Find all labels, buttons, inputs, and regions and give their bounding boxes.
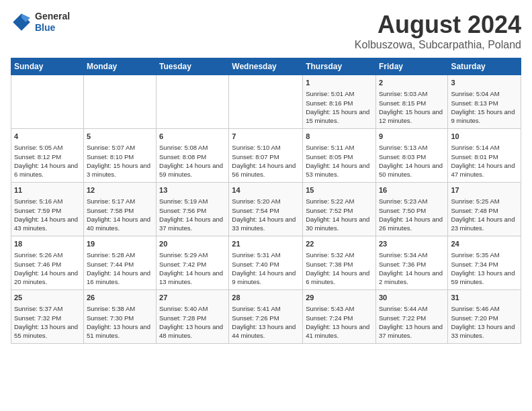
- day-cell: 2Sunrise: 5:03 AMSunset: 8:15 PMDaylight…: [375, 75, 447, 129]
- day-cell: 11Sunrise: 5:16 AMSunset: 7:59 PMDayligh…: [11, 183, 84, 236]
- day-number: 7: [232, 132, 300, 142]
- day-info: Sunrise: 5:04 AMSunset: 8:13 PMDaylight:…: [451, 89, 518, 125]
- col-header-tuesday: Tuesday: [157, 58, 229, 75]
- day-number: 19: [87, 239, 153, 249]
- day-cell: 27Sunrise: 5:40 AMSunset: 7:28 PMDayligh…: [157, 290, 229, 344]
- day-info: Sunrise: 5:46 AMSunset: 7:20 PMDaylight:…: [451, 304, 518, 340]
- day-cell: 14Sunrise: 5:20 AMSunset: 7:54 PMDayligh…: [229, 183, 303, 236]
- day-cell: [229, 75, 303, 129]
- day-info: Sunrise: 5:40 AMSunset: 7:28 PMDaylight:…: [159, 304, 226, 340]
- day-number: 17: [451, 185, 518, 195]
- day-info: Sunrise: 5:14 AMSunset: 8:01 PMDaylight:…: [451, 143, 518, 179]
- day-info: Sunrise: 5:35 AMSunset: 7:34 PMDaylight:…: [451, 250, 518, 286]
- day-number: 1: [306, 78, 373, 88]
- day-number: 20: [159, 239, 226, 249]
- day-number: 2: [379, 78, 445, 88]
- calendar-subtitle: Kolbuszowa, Subcarpathia, Poland: [355, 39, 521, 51]
- col-header-thursday: Thursday: [303, 58, 376, 75]
- day-cell: 20Sunrise: 5:29 AMSunset: 7:42 PMDayligh…: [157, 236, 229, 290]
- day-cell: 8Sunrise: 5:11 AMSunset: 8:05 PMDaylight…: [303, 129, 376, 183]
- col-header-monday: Monday: [83, 58, 156, 75]
- day-info: Sunrise: 5:17 AMSunset: 7:58 PMDaylight:…: [87, 197, 153, 232]
- day-info: Sunrise: 5:37 AMSunset: 7:32 PMDaylight:…: [14, 304, 81, 340]
- day-cell: 13Sunrise: 5:19 AMSunset: 7:56 PMDayligh…: [157, 183, 229, 236]
- day-info: Sunrise: 5:41 AMSunset: 7:26 PMDaylight:…: [232, 304, 300, 340]
- day-number: 29: [306, 293, 373, 303]
- day-number: 23: [379, 239, 445, 249]
- day-cell: [83, 75, 156, 129]
- day-cell: 19Sunrise: 5:28 AMSunset: 7:44 PMDayligh…: [83, 236, 156, 290]
- day-cell: [157, 75, 229, 129]
- title-block: August 2024 Kolbuszowa, Subcarpathia, Po…: [355, 11, 521, 51]
- day-number: 3: [451, 78, 518, 88]
- day-number: 12: [87, 185, 153, 195]
- week-row-5: 25Sunrise: 5:37 AMSunset: 7:32 PMDayligh…: [11, 290, 521, 344]
- calendar-table: SundayMondayTuesdayWednesdayThursdayFrid…: [11, 58, 521, 344]
- day-cell: 6Sunrise: 5:08 AMSunset: 8:08 PMDaylight…: [157, 129, 229, 183]
- day-info: Sunrise: 5:08 AMSunset: 8:08 PMDaylight:…: [159, 143, 226, 179]
- day-number: 31: [451, 293, 518, 303]
- day-info: Sunrise: 5:44 AMSunset: 7:22 PMDaylight:…: [379, 304, 445, 340]
- day-number: 22: [306, 239, 373, 249]
- day-number: 25: [14, 293, 81, 303]
- day-info: Sunrise: 5:11 AMSunset: 8:05 PMDaylight:…: [306, 143, 373, 179]
- day-number: 15: [306, 185, 373, 195]
- day-info: Sunrise: 5:23 AMSunset: 7:50 PMDaylight:…: [379, 197, 445, 232]
- day-cell: 15Sunrise: 5:22 AMSunset: 7:52 PMDayligh…: [303, 183, 376, 236]
- day-cell: 29Sunrise: 5:43 AMSunset: 7:24 PMDayligh…: [303, 290, 376, 344]
- week-row-3: 11Sunrise: 5:16 AMSunset: 7:59 PMDayligh…: [11, 183, 521, 236]
- day-info: Sunrise: 5:03 AMSunset: 8:15 PMDaylight:…: [379, 89, 445, 125]
- day-info: Sunrise: 5:01 AMSunset: 8:16 PMDaylight:…: [306, 89, 373, 125]
- day-cell: 26Sunrise: 5:38 AMSunset: 7:30 PMDayligh…: [83, 290, 156, 344]
- day-info: Sunrise: 5:10 AMSunset: 8:07 PMDaylight:…: [232, 143, 300, 179]
- col-header-sunday: Sunday: [11, 58, 84, 75]
- week-row-2: 4Sunrise: 5:05 AMSunset: 8:12 PMDaylight…: [11, 129, 521, 183]
- day-cell: 31Sunrise: 5:46 AMSunset: 7:20 PMDayligh…: [448, 290, 521, 344]
- day-cell: 3Sunrise: 5:04 AMSunset: 8:13 PMDaylight…: [448, 75, 521, 129]
- day-number: 10: [451, 132, 518, 142]
- day-cell: 10Sunrise: 5:14 AMSunset: 8:01 PMDayligh…: [448, 129, 521, 183]
- page-header: General Blue August 2024 Kolbuszowa, Sub…: [11, 11, 521, 51]
- day-info: Sunrise: 5:32 AMSunset: 7:38 PMDaylight:…: [306, 250, 373, 286]
- day-info: Sunrise: 5:28 AMSunset: 7:44 PMDaylight:…: [87, 250, 153, 286]
- day-number: 28: [232, 293, 300, 303]
- day-info: Sunrise: 5:25 AMSunset: 7:48 PMDaylight:…: [451, 197, 518, 232]
- day-number: 21: [232, 239, 300, 249]
- day-info: Sunrise: 5:13 AMSunset: 8:03 PMDaylight:…: [379, 143, 445, 179]
- calendar-header-row: SundayMondayTuesdayWednesdayThursdayFrid…: [11, 58, 521, 75]
- day-cell: 28Sunrise: 5:41 AMSunset: 7:26 PMDayligh…: [229, 290, 303, 344]
- day-cell: 17Sunrise: 5:25 AMSunset: 7:48 PMDayligh…: [448, 183, 521, 236]
- logo: General Blue: [11, 11, 70, 34]
- day-info: Sunrise: 5:26 AMSunset: 7:46 PMDaylight:…: [14, 250, 81, 286]
- day-cell: 25Sunrise: 5:37 AMSunset: 7:32 PMDayligh…: [11, 290, 84, 344]
- day-info: Sunrise: 5:38 AMSunset: 7:30 PMDaylight:…: [87, 304, 153, 340]
- day-info: Sunrise: 5:43 AMSunset: 7:24 PMDaylight:…: [306, 304, 373, 340]
- day-info: Sunrise: 5:29 AMSunset: 7:42 PMDaylight:…: [159, 250, 226, 286]
- day-number: 13: [159, 185, 226, 195]
- day-cell: 18Sunrise: 5:26 AMSunset: 7:46 PMDayligh…: [11, 236, 84, 290]
- day-info: Sunrise: 5:31 AMSunset: 7:40 PMDaylight:…: [232, 250, 300, 286]
- day-number: 4: [14, 132, 81, 142]
- week-row-4: 18Sunrise: 5:26 AMSunset: 7:46 PMDayligh…: [11, 236, 521, 290]
- day-number: 5: [87, 132, 153, 142]
- day-number: 30: [379, 293, 445, 303]
- logo-icon: [11, 11, 32, 33]
- calendar-title: August 2024: [355, 11, 521, 39]
- day-cell: 24Sunrise: 5:35 AMSunset: 7:34 PMDayligh…: [448, 236, 521, 290]
- day-info: Sunrise: 5:16 AMSunset: 7:59 PMDaylight:…: [14, 197, 81, 232]
- day-cell: 1Sunrise: 5:01 AMSunset: 8:16 PMDaylight…: [303, 75, 376, 129]
- day-info: Sunrise: 5:19 AMSunset: 7:56 PMDaylight:…: [159, 197, 226, 232]
- day-number: 9: [379, 132, 445, 142]
- day-cell: [11, 75, 84, 129]
- day-info: Sunrise: 5:34 AMSunset: 7:36 PMDaylight:…: [379, 250, 445, 286]
- col-header-saturday: Saturday: [448, 58, 521, 75]
- day-number: 16: [379, 185, 445, 195]
- week-row-1: 1Sunrise: 5:01 AMSunset: 8:16 PMDaylight…: [11, 75, 521, 129]
- day-cell: 12Sunrise: 5:17 AMSunset: 7:58 PMDayligh…: [83, 183, 156, 236]
- day-number: 6: [159, 132, 226, 142]
- col-header-wednesday: Wednesday: [229, 58, 303, 75]
- col-header-friday: Friday: [375, 58, 447, 75]
- day-cell: 21Sunrise: 5:31 AMSunset: 7:40 PMDayligh…: [229, 236, 303, 290]
- day-info: Sunrise: 5:20 AMSunset: 7:54 PMDaylight:…: [232, 197, 300, 232]
- day-number: 8: [306, 132, 373, 142]
